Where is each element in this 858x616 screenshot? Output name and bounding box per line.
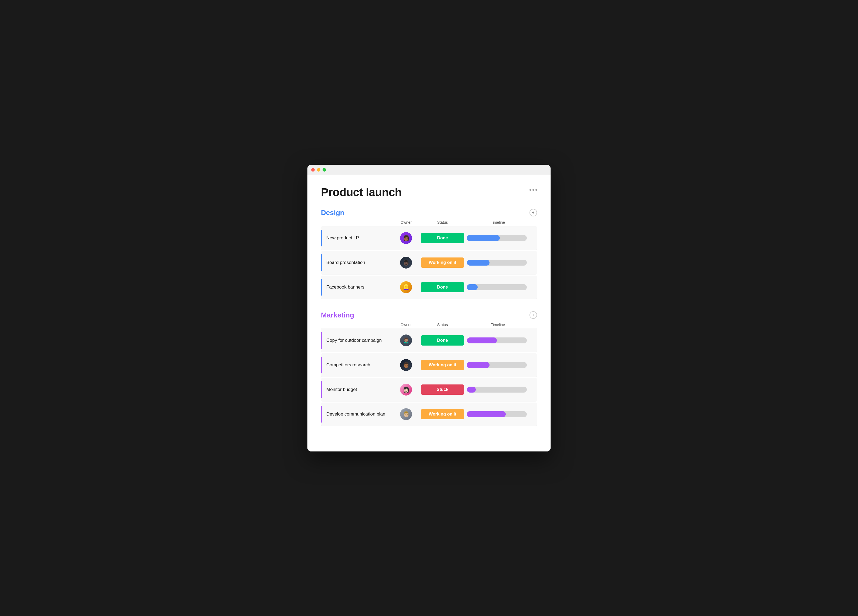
- owner-cell: 👨🏼: [394, 408, 418, 420]
- task-cell[interactable]: New product LP: [321, 226, 394, 250]
- timeline-bar-fill: [467, 362, 490, 368]
- status-cell[interactable]: Stuck: [418, 384, 467, 395]
- avatar: 👨🏿: [400, 257, 412, 269]
- timeline-bar-fill: [467, 260, 490, 266]
- timeline-bar-fill: [467, 338, 497, 344]
- task-cell[interactable]: Copy for outdoor campaign: [321, 329, 394, 352]
- status-badge[interactable]: Stuck: [421, 384, 464, 395]
- timeline-cell: [467, 260, 529, 266]
- task-name: Competitors research: [322, 362, 370, 368]
- traffic-lights: [311, 168, 326, 171]
- owner-cell: 👩🏾: [394, 232, 418, 244]
- design-section-header: Design +: [321, 208, 537, 217]
- marketing-col-status: Status: [418, 323, 467, 327]
- timeline-bar-bg: [467, 362, 527, 368]
- minimize-button[interactable]: [317, 168, 320, 171]
- more-dot-2: [533, 189, 534, 191]
- design-table-header: Owner Status Timeline: [321, 220, 537, 226]
- avatar: 👩🏻: [400, 384, 412, 395]
- timeline-bar-fill: [467, 387, 476, 392]
- status-badge[interactable]: Working on it: [421, 360, 464, 370]
- more-dot-1: [530, 189, 531, 191]
- task-name: Board presentation: [322, 260, 365, 265]
- close-button[interactable]: [311, 168, 315, 171]
- page-header: Product launch: [321, 186, 537, 199]
- more-dot-3: [535, 189, 537, 191]
- task-cell[interactable]: Facebook banners: [321, 275, 394, 299]
- table-row: Monitor budget 👩🏻 Stuck: [321, 378, 537, 401]
- marketing-col-timeline: Timeline: [467, 323, 529, 327]
- table-row: Develop communication plan 👨🏼 Working on…: [321, 403, 537, 426]
- maximize-button[interactable]: [323, 168, 326, 171]
- marketing-col-extra: [529, 323, 537, 327]
- timeline-bar-bg: [467, 284, 527, 290]
- status-badge[interactable]: Working on it: [421, 257, 464, 268]
- status-cell[interactable]: Working on it: [418, 409, 467, 419]
- design-col-task: [321, 220, 394, 224]
- status-cell[interactable]: Done: [418, 335, 467, 345]
- owner-cell: 👨🏿: [394, 257, 418, 269]
- table-row: Copy for outdoor campaign 👨🏽‍🦱 Done: [321, 329, 537, 352]
- timeline-bar-fill: [467, 411, 506, 417]
- status-cell[interactable]: Done: [418, 282, 467, 292]
- task-cell[interactable]: Develop communication plan: [321, 403, 394, 426]
- design-col-owner: Owner: [394, 220, 418, 224]
- avatar: 👨🏾: [400, 359, 412, 371]
- marketing-section-header: Marketing +: [321, 311, 537, 319]
- timeline-bar-bg: [467, 411, 527, 417]
- status-badge[interactable]: Done: [421, 233, 464, 243]
- task-cell[interactable]: Competitors research: [321, 353, 394, 376]
- status-badge[interactable]: Working on it: [421, 409, 464, 419]
- timeline-bar-bg: [467, 387, 527, 392]
- timeline-cell: [467, 387, 529, 392]
- owner-cell: 👨🏽‍🦱: [394, 334, 418, 346]
- table-row: Facebook banners 👱‍♀️ Done: [321, 275, 537, 299]
- task-name: Copy for outdoor campaign: [322, 338, 382, 343]
- design-add-button[interactable]: +: [530, 209, 537, 216]
- status-cell[interactable]: Done: [418, 233, 467, 243]
- design-col-timeline: Timeline: [467, 220, 529, 224]
- status-badge[interactable]: Done: [421, 335, 464, 345]
- table-row: Board presentation 👨🏿 Working on it: [321, 251, 537, 274]
- avatar: 👱‍♀️: [400, 281, 412, 293]
- timeline-cell: [467, 362, 529, 368]
- task-name: Develop communication plan: [322, 411, 385, 417]
- task-cell[interactable]: Board presentation: [321, 251, 394, 274]
- timeline-cell: [467, 284, 529, 290]
- task-name: New product LP: [322, 235, 359, 241]
- owner-cell: 👩🏻: [394, 384, 418, 395]
- timeline-cell: [467, 338, 529, 344]
- app-window: Product launch Design + Owner Status Tim…: [308, 165, 550, 451]
- page-title: Product launch: [321, 186, 402, 199]
- status-cell[interactable]: Working on it: [418, 257, 467, 268]
- design-col-status: Status: [418, 220, 467, 224]
- owner-cell: 👨🏾: [394, 359, 418, 371]
- design-section: Design + Owner Status Timeline New produ…: [321, 208, 537, 299]
- timeline-cell: [467, 411, 529, 417]
- timeline-bar-bg: [467, 260, 527, 266]
- marketing-col-task: [321, 323, 394, 327]
- task-name: Facebook banners: [322, 285, 364, 290]
- owner-cell: 👱‍♀️: [394, 281, 418, 293]
- marketing-col-owner: Owner: [394, 323, 418, 327]
- marketing-section-title: Marketing: [321, 311, 354, 319]
- status-cell[interactable]: Working on it: [418, 360, 467, 370]
- timeline-bar-bg: [467, 235, 527, 241]
- table-row: New product LP 👩🏾 Done: [321, 226, 537, 250]
- status-badge[interactable]: Done: [421, 282, 464, 292]
- task-name: Monitor budget: [322, 387, 357, 392]
- more-options-button[interactable]: [530, 189, 537, 191]
- task-cell[interactable]: Monitor budget: [321, 378, 394, 401]
- table-row: Competitors research 👨🏾 Working on it: [321, 353, 537, 377]
- avatar: 👩🏾: [400, 232, 412, 244]
- marketing-task-list: Copy for outdoor campaign 👨🏽‍🦱 Done Comp…: [321, 329, 537, 426]
- marketing-section: Marketing + Owner Status Timeline Copy f…: [321, 311, 537, 426]
- design-col-extra: [529, 220, 537, 224]
- timeline-bar-fill: [467, 235, 500, 241]
- avatar: 👨🏽‍🦱: [400, 334, 412, 346]
- marketing-add-button[interactable]: +: [530, 311, 537, 319]
- timeline-cell: [467, 235, 529, 241]
- timeline-bar-fill: [467, 284, 478, 290]
- design-task-list: New product LP 👩🏾 Done Board presentatio…: [321, 226, 537, 299]
- marketing-table-header: Owner Status Timeline: [321, 323, 537, 329]
